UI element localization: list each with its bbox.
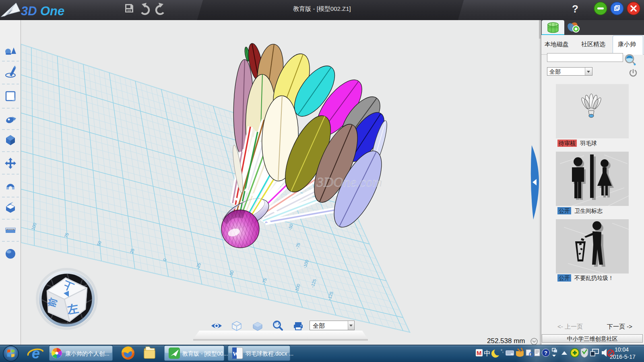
svg-text:?: ? bbox=[572, 3, 578, 15]
svg-text:左: 左 bbox=[66, 302, 80, 317]
svg-text:3D: 3D bbox=[21, 4, 37, 18]
svg-text:教育版 - [模型00...: 教育版 - [模型00... bbox=[182, 350, 228, 357]
svg-text:康小帅的个人创...: 康小帅的个人创... bbox=[65, 350, 109, 357]
svg-text:M: M bbox=[477, 350, 482, 356]
svg-text:2016-5-17: 2016-5-17 bbox=[610, 354, 636, 360]
svg-text:One: One bbox=[40, 4, 64, 18]
svg-text:e: e bbox=[32, 345, 40, 362]
svg-text:教育版 - [模型002.Z1]: 教育版 - [模型002.Z1] bbox=[293, 5, 351, 12]
svg-text:3DOne.com: 3DOne.com bbox=[316, 175, 382, 189]
svg-text:羽毛球教程.docx ...: 羽毛球教程.docx ... bbox=[245, 350, 293, 357]
svg-text:?: ? bbox=[544, 350, 547, 356]
svg-text:°,: °, bbox=[501, 349, 504, 353]
svg-text:W: W bbox=[233, 351, 239, 357]
svg-text:10:04: 10:04 bbox=[615, 346, 629, 353]
svg-text:中: 中 bbox=[484, 350, 491, 357]
